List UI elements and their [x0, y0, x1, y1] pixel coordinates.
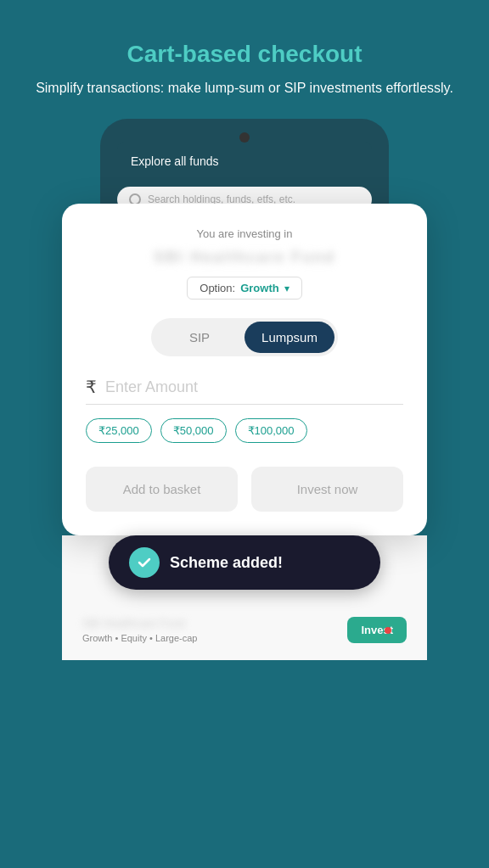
add-to-basket-button[interactable]: Add to basket — [86, 467, 238, 512]
option-selector: Option: Growth ▾ — [86, 277, 403, 300]
lumpsum-tab[interactable]: Lumpsum — [244, 322, 334, 353]
bottom-fund-name: SBI Healthcare Fund — [82, 617, 198, 630]
bottom-fund-details: SBI Healthcare Fund Growth • Equity • La… — [82, 617, 198, 643]
investing-label: You are investing in — [86, 227, 403, 240]
amount-placeholder: Enter Amount — [105, 378, 198, 396]
center-stack: Explore all funds Search holdings, funds… — [0, 119, 489, 660]
rupee-symbol: ₹ — [86, 377, 97, 397]
header-section: Cart-based checkout Simplify transaction… — [0, 0, 489, 119]
amount-input-row[interactable]: ₹ Enter Amount — [86, 377, 403, 405]
toast-container: Scheme added! — [76, 535, 413, 590]
fund-name: SBI Healthcare Fund — [86, 249, 403, 266]
option-label: Option: — [200, 282, 235, 294]
scheme-added-toast: Scheme added! — [109, 535, 380, 590]
amount-chip-25k[interactable]: ₹25,000 — [86, 418, 152, 443]
explore-label: Explore all funds — [131, 154, 358, 168]
phone-header-bar: Explore all funds — [117, 143, 372, 180]
page-wrapper: Cart-based checkout Simplify transaction… — [0, 0, 489, 868]
checkmark-icon — [129, 547, 160, 578]
toast-message: Scheme added! — [170, 554, 283, 572]
bottom-fund-tags: Growth • Equity • Large-cap — [82, 633, 198, 643]
page-subtitle: Simplify transactions: make lump-sum or … — [34, 78, 455, 98]
option-dropdown[interactable]: Option: Growth ▾ — [187, 277, 301, 300]
invest-now-button[interactable]: Invest now — [251, 467, 403, 512]
bottom-invest-button[interactable]: Invest — [347, 617, 407, 643]
option-value: Growth — [240, 282, 279, 294]
action-buttons: Add to basket Invest now — [86, 467, 403, 512]
investment-modal: You are investing in SBI Healthcare Fund… — [62, 204, 427, 535]
sip-tab[interactable]: SIP — [155, 322, 244, 353]
bottom-invest-wrapper: Invest — [347, 617, 407, 643]
phone-top: Explore all funds Search holdings, funds… — [100, 119, 389, 212]
phone-bottom-section: Scheme added! — [62, 535, 427, 603]
notification-dot — [385, 627, 391, 634]
investment-type-toggle: SIP Lumpsum — [151, 318, 338, 356]
bottom-fund-info: SBI Healthcare Fund Growth • Equity • La… — [62, 603, 427, 660]
page-title: Cart-based checkout — [34, 41, 455, 68]
amount-chips: ₹25,000 ₹50,000 ₹100,000 — [86, 418, 403, 443]
phone-notch — [239, 132, 250, 143]
amount-chip-100k[interactable]: ₹100,000 — [235, 418, 307, 443]
chevron-down-icon: ▾ — [284, 283, 289, 294]
amount-chip-50k[interactable]: ₹50,000 — [160, 418, 227, 443]
